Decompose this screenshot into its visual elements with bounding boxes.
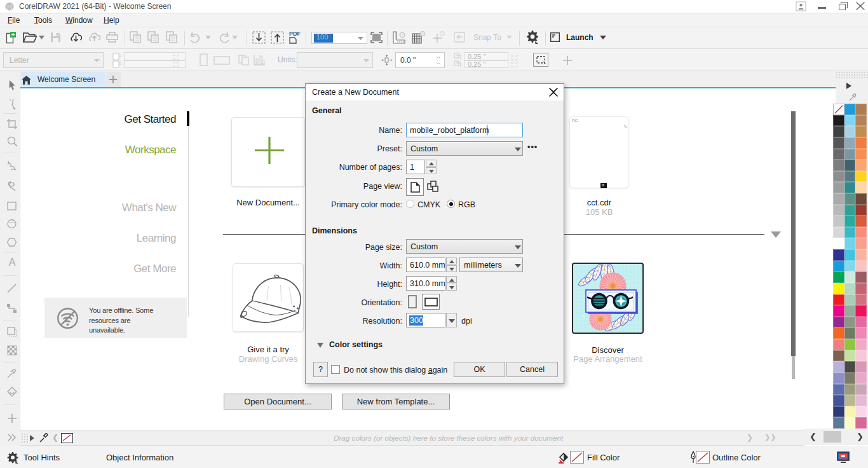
svg-text:A: A: [9, 257, 16, 268]
